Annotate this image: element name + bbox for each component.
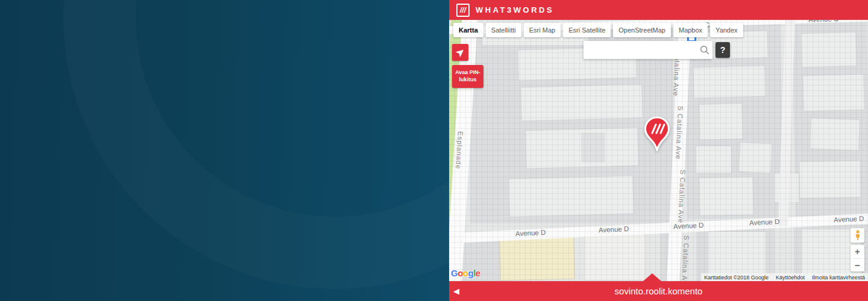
street-label-s-catalina: S Catalina Ave xyxy=(681,235,690,281)
building xyxy=(585,232,645,280)
report-error-link[interactable]: Ilmoita karttavirheestä xyxy=(812,275,865,281)
map-attribution: Karttatiedot ©2018 Google Käyttöehdot Il… xyxy=(701,273,868,281)
pegman-icon xyxy=(855,230,861,241)
building xyxy=(739,143,772,173)
street-label-avenue-d: Avenue D xyxy=(749,218,780,226)
page: /// WHAT3WORDS xyxy=(0,0,868,301)
google-letter: g xyxy=(468,268,474,278)
tab-satelliitti[interactable]: Satelliitti xyxy=(486,23,521,37)
tab-kartta[interactable]: Kartta xyxy=(453,23,483,37)
map-panel: /// WHAT3WORDS xyxy=(449,0,868,301)
building xyxy=(803,75,864,111)
building xyxy=(708,232,766,279)
building xyxy=(699,177,753,216)
address-bar: ◀ sovinto.roolit.komento xyxy=(449,281,868,301)
map-canvas[interactable]: Avenue C Avenue C Avenue D Avenue D Aven… xyxy=(449,20,868,281)
what3words-pin[interactable] xyxy=(643,116,671,154)
w3w-address[interactable]: sovinto.roolit.komento xyxy=(615,286,703,296)
tab-esri-map[interactable]: Esri Map xyxy=(524,23,561,37)
locate-me-button[interactable] xyxy=(452,44,468,61)
building xyxy=(693,66,765,98)
street-label-s-catalina: S Catalina Ave xyxy=(677,170,687,224)
search-icon[interactable] xyxy=(699,45,710,55)
brand-name: WHAT3WORDS xyxy=(476,5,554,14)
building xyxy=(799,161,860,198)
top-brand-bar: /// WHAT3WORDS xyxy=(449,0,868,20)
search-input[interactable] xyxy=(583,41,699,59)
tab-openstreetmap[interactable]: OpenStreetMap xyxy=(613,23,671,37)
building xyxy=(582,133,605,162)
zoom-control: + − xyxy=(851,245,864,272)
attribution-map-data: Karttatiedot ©2018 Google xyxy=(704,275,769,281)
street-label-avenue-d: Avenue D xyxy=(515,229,546,237)
address-bar-notch xyxy=(643,273,661,281)
building xyxy=(810,119,860,150)
hero-panel xyxy=(0,0,449,301)
building xyxy=(699,104,742,140)
zoom-in-button[interactable]: + xyxy=(851,245,864,258)
search-box xyxy=(583,41,712,59)
google-letter: o xyxy=(463,268,468,278)
terms-link[interactable]: Käyttöehdot xyxy=(776,275,805,281)
building xyxy=(509,176,634,216)
map-type-tabs: Kartta Satelliitti Esri Map Esri Satelli… xyxy=(453,23,743,37)
google-letter: e xyxy=(476,268,480,278)
google-logo: Google xyxy=(451,268,480,278)
what3words-slashes-icon: /// xyxy=(456,4,470,17)
google-letter: G xyxy=(451,268,458,278)
street-label-avenue-d: Avenue D xyxy=(599,225,629,234)
street-label-avenue-d: Avenue D xyxy=(834,215,864,223)
navigation-arrow-icon xyxy=(456,48,465,57)
building xyxy=(696,146,731,173)
building xyxy=(801,33,856,67)
zoom-out-button[interactable]: − xyxy=(851,259,864,272)
back-arrow-icon[interactable]: ◀ xyxy=(453,287,459,296)
tab-mapbox[interactable]: Mapbox xyxy=(673,23,708,37)
tab-yandex[interactable]: Yandex xyxy=(710,23,743,37)
google-letter: o xyxy=(458,268,463,278)
building xyxy=(521,84,642,120)
tab-esri-satellite[interactable]: Esri Satellite xyxy=(563,23,611,37)
pin-lock-button[interactable]: Avaa PIN-lukitus xyxy=(452,65,483,88)
help-button[interactable]: ? xyxy=(715,42,730,58)
pegman-button[interactable] xyxy=(851,228,864,243)
